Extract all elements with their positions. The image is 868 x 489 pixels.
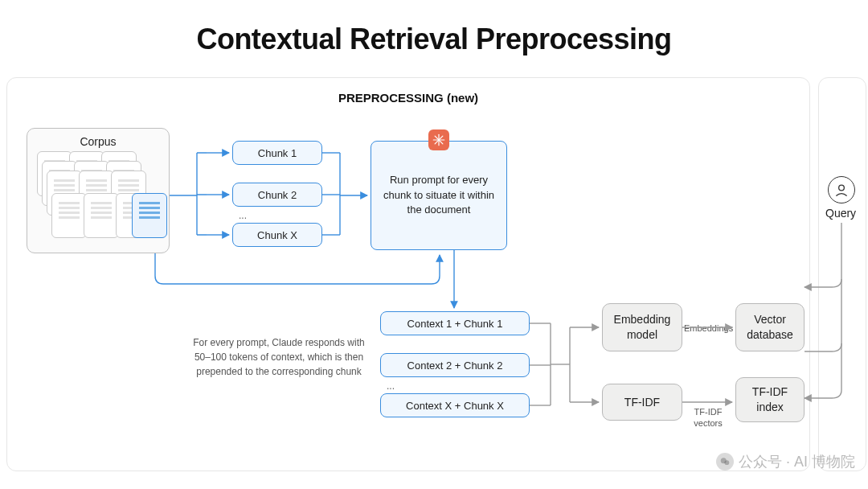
watermark-text: 公众号 · AI 博物院 bbox=[739, 452, 855, 471]
corpus-card: Corpus bbox=[27, 128, 170, 253]
chunk-box-1: Chunk 1 bbox=[232, 141, 322, 165]
context-box-2: Context 2 + Chunk 2 bbox=[380, 353, 530, 377]
context-ellipsis: ... bbox=[387, 380, 395, 392]
corpus-label: Corpus bbox=[35, 135, 161, 148]
preprocessing-panel: PREPROCESSING (new) Corpus Chunk 1 Chunk… bbox=[6, 77, 810, 471]
context-box-x: Context X + Chunk X bbox=[380, 393, 530, 417]
vector-database-box: Vector database bbox=[735, 303, 805, 351]
query-label: Query bbox=[825, 207, 856, 220]
prompt-box: Run prompt for every chunk to situate it… bbox=[371, 141, 507, 250]
chunk-ellipsis: ... bbox=[239, 210, 247, 221]
wechat-icon bbox=[716, 453, 734, 471]
corpus-active-document-icon bbox=[132, 193, 167, 238]
svg-point-6 bbox=[724, 460, 729, 465]
corpus-document-stack bbox=[35, 151, 161, 246]
context-box-1: Context 1 + Chunk 1 bbox=[380, 311, 530, 335]
user-query-icon bbox=[828, 176, 855, 203]
anthropic-badge-icon bbox=[428, 129, 449, 150]
caption-text: For every prompt, Claude responds with 5… bbox=[189, 335, 369, 379]
runtime-panel: Query bbox=[818, 77, 866, 471]
chunk-box-x: Chunk X bbox=[232, 223, 322, 247]
page-title: Contextual Retrieval Preprocessing bbox=[0, 23, 868, 56]
edge-label-embeddings: Embeddings bbox=[684, 323, 732, 334]
connectors-query bbox=[819, 78, 867, 472]
chunk-box-2: Chunk 2 bbox=[232, 183, 322, 207]
prompt-text: Run prompt for every chunk to situate it… bbox=[383, 173, 495, 219]
watermark: 公众号 · AI 博物院 bbox=[716, 452, 855, 471]
embedding-model-box: Embedding model bbox=[602, 303, 682, 351]
edge-label-tfidf-vectors: TF-IDF vectors bbox=[684, 406, 732, 429]
tfidf-index-box: TF-IDF index bbox=[735, 377, 805, 422]
tfidf-box: TF-IDF bbox=[602, 384, 682, 421]
svg-point-4 bbox=[839, 185, 845, 191]
panel-subheader: PREPROCESSING (new) bbox=[7, 91, 809, 105]
